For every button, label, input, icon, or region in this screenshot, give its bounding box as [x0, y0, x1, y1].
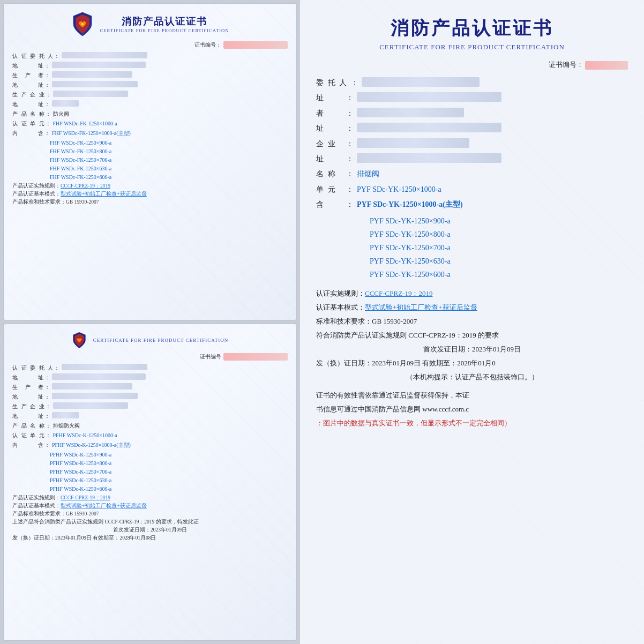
right-sub-item: PYF SDc-YK-1250×700-a [370, 241, 628, 254]
right-field-product-name: 名 称 ： 排烟阀 [316, 168, 628, 180]
cert-logo-title-top: 消防产品认证证书 CERTIFICATE FOR FIRE PRODUCT CE… [12, 11, 288, 37]
field-addr3-bottom: 地 址 ： [12, 412, 288, 420]
right-field-inner: 含 ： PYF SDc-YK-1250×1000-a(主型) [316, 199, 628, 211]
field-addr1-top: 地 址 ： [12, 62, 288, 70]
field-product-name-top: 产 品 名 称 ： 防火阀 [12, 110, 288, 118]
footer-standard-top: 产品标准和技术要求：GB 15930-2007 [12, 199, 288, 206]
field-product-name-bottom: 产 品 名 称 ： 排烟防火阀 [12, 422, 288, 430]
cert-logo-icon [71, 11, 94, 37]
cert-logo-title-bottom: CERTIFICATE FOR FIRE PRODUCT CERTIFICATI… [12, 332, 288, 349]
cert-number-row-top: 证书编号： [12, 41, 288, 49]
cert-logo-icon-bottom [72, 332, 87, 349]
right-panel: 消防产品认证证书 CERTIFICATE FOR FIRE PRODUCT CE… [300, 0, 644, 644]
cert-sub-items-top: FHF WSDc-FK-1250×900-a FHF WSDc-FK-1250×… [12, 139, 288, 182]
right-field-client: 委 托 人 ： [316, 77, 628, 89]
field-client-top: 认 证 委 托 人 ： [12, 52, 288, 60]
right-sub-item: PYF SDc-YK-1250×900-a [370, 214, 628, 228]
right-footer-info-note: 书信息可通过中国消防产品信息网 www.cccf.com.c [316, 402, 628, 416]
footer-rules-bottom: 产品认证实施规则：CCCF-CPRZ-19：2019 [12, 495, 288, 501]
right-field-cert-unit: 单 元 ： PYF SDc-YK-1250×1000-a [316, 184, 628, 196]
field-addr2-top: 地 址 ： [12, 81, 288, 89]
right-cert-number: 证书编号： [316, 60, 628, 70]
field-addr3-top: 地 址 ： [12, 100, 288, 108]
field-enterprise-top: 生 产 企 业 ： [12, 91, 288, 99]
footer-compliance-bottom: 上述产品符合消防类产品认证实施规则 CCCF-CPRZ-19：2019 的要求，… [12, 519, 288, 526]
sub-item: PFHF WSDc-K-1250×900-a [50, 451, 288, 459]
field-cert-unit-bottom: 认 证 单 元 ： PFHF WSDc-K-1250×1000-a [12, 431, 288, 439]
field-inner-label-bottom: 内 含 ： PFHF WSDc-K-1250×1000-a(主型) [12, 441, 288, 449]
left-panel: 消防产品认证证书 CERTIFICATE FOR FIRE PRODUCT CE… [0, 0, 300, 644]
field-cert-unit-top: 认 证 单 元 ： FHF WSDc-FK-1250×1000-a [12, 119, 288, 128]
right-footer-note: （本机构提示：认证产品不包括装饰口。） [316, 370, 628, 384]
right-title-cn: 消防产品认证证书 [316, 16, 628, 41]
field-inner-label-top: 内 含 ： FHF WSDc-FK-1250×1000-a(主型) [12, 129, 288, 137]
field-addr2-bottom: 地 址 ： [12, 393, 288, 401]
cert-card-bottom: CERTIFICATE FOR FIRE PRODUCT CERTIFICATI… [3, 324, 297, 641]
field-client-bottom: 认 证 委 托 人 ： [12, 364, 288, 372]
sub-item: FHF WSDc-FK-1250×900-a [50, 139, 288, 147]
cert-header-top: 消防产品认证证书 CERTIFICATE FOR FIRE PRODUCT CE… [12, 11, 288, 37]
right-footer: 认证实施规则：CCCF-CPRZ-19：2019 认证基本模式：型式试验+初始工… [316, 287, 628, 430]
cert-title-en-bottom: CERTIFICATE FOR FIRE PRODUCT CERTIFICATI… [93, 338, 228, 343]
right-footer-validity-note: 证书的有效性需依靠通过证后监督获得保持，本证 [316, 388, 628, 402]
cert-header-bottom: CERTIFICATE FOR FIRE PRODUCT CERTIFICATI… [12, 332, 288, 349]
cert-title-block-top: 消防产品认证证书 CERTIFICATE FOR FIRE PRODUCT CE… [100, 15, 229, 33]
field-enterprise-bottom: 生 产 企 业 ： [12, 402, 288, 410]
footer-mode-top: 产品认证基本模式：型式试验+初始工厂检查+获证后监督 [12, 191, 288, 198]
right-sub-item: PYF SDc-YK-1250×630-a [370, 254, 628, 268]
right-cert-number-value [585, 61, 628, 70]
footer-first-issue-bottom: 首次发证日期：2023年01月09日 [12, 527, 288, 534]
right-sub-item: PYF SDc-YK-1250×600-a [370, 268, 628, 281]
right-sub-items: PYF SDc-YK-1250×900-a PYF SDc-YK-1250×80… [316, 214, 628, 282]
field-producer-top: 生 产 者 ： [12, 71, 288, 79]
footer-mode-bottom: 产品认证基本模式：型式试验+初始工厂检查+获证后监督 [12, 503, 288, 510]
footer-validity-bottom: 发（换）证日期：2023年01月09日 有效期至：2028年01月08日 [12, 535, 288, 542]
cert-number-label-bottom: 证书编号 [200, 353, 221, 361]
field-addr1-bottom: 地 址 ： [12, 373, 288, 381]
cert-sub-items-bottom: PFHF WSDc-K-1250×900-a PFHF WSDc-K-1250×… [12, 451, 288, 493]
sub-item: FHF WSDc-FK-1250×800-a [50, 147, 288, 156]
cert-number-row-bottom: 证书编号 [12, 353, 288, 361]
cert-number-value-top [223, 41, 288, 49]
cert-number-value-bottom [223, 353, 288, 361]
cert-card-top: 消防产品认证证书 CERTIFICATE FOR FIRE PRODUCT CE… [3, 3, 297, 320]
cert-title-cn-top: 消防产品认证证书 [100, 15, 229, 28]
right-footer-validity: 发（换）证日期：2023年01月09日 有效期至：2028年01月0 [316, 356, 628, 370]
right-footer-first-issue: 首次发证日期：2023年01月09日 [316, 342, 628, 356]
right-field-producer: 者 ： [316, 108, 628, 119]
right-field-addr3: 址 ： [316, 153, 628, 165]
right-footer-compliance: 符合消防类产品认证实施规则 CCCF-CPRZ-19：2019 的要求 [316, 328, 628, 342]
footer-rules-top: 产品认证实施规则：CCCF-CPRZ-19：2019 [12, 183, 288, 190]
right-cert-number-label: 证书编号： [549, 61, 583, 69]
sub-item: PFHF WSDc-K-1250×800-a [50, 459, 288, 468]
right-footer-warning: ：图片中的数据与真实证书一致，但显示形式不一定完全相同） [316, 416, 628, 430]
right-sub-item: PYF SDc-YK-1250×800-a [370, 228, 628, 241]
sub-item: FHF WSDc-FK-1250×600-a [50, 173, 288, 182]
sub-item: FHF WSDc-FK-1250×700-a [50, 156, 288, 164]
right-field-addr1: 址 ： [316, 92, 628, 104]
right-field-addr2: 址 ： [316, 123, 628, 134]
sub-item: PFHF WSDc-K-1250×630-a [50, 476, 288, 485]
field-producer-bottom: 生 产 者 ： [12, 383, 288, 391]
right-footer-standard: 标准和技术要求：GB 15930-2007 [316, 314, 628, 328]
right-field-enterprise: 企 业 ： [316, 138, 628, 150]
cert-title-en-top: CERTIFICATE FOR FIRE PRODUCT CERTIFICATI… [100, 28, 229, 33]
right-footer-rules: 认证实施规则：CCCF-CPRZ-19：2019 [316, 287, 628, 301]
right-title-en: CERTIFICATE FOR FIRE PRODUCT CERTIFICATI… [316, 43, 628, 51]
cert-title-block-bottom: CERTIFICATE FOR FIRE PRODUCT CERTIFICATI… [93, 338, 228, 343]
sub-item: PFHF WSDc-K-1250×700-a [50, 468, 288, 476]
footer-standard-bottom: 产品标准和技术要求：GB 15930-2007 [12, 511, 288, 518]
cert-number-label-top: 证书编号： [194, 41, 221, 49]
sub-item: PFHF WSDc-K-1250×600-a [50, 485, 288, 493]
right-footer-mode: 认证基本模式：型式试验+初始工厂检查+获证后监督 [316, 301, 628, 314]
sub-item: FHF WSDc-FK-1250×630-a [50, 164, 288, 173]
